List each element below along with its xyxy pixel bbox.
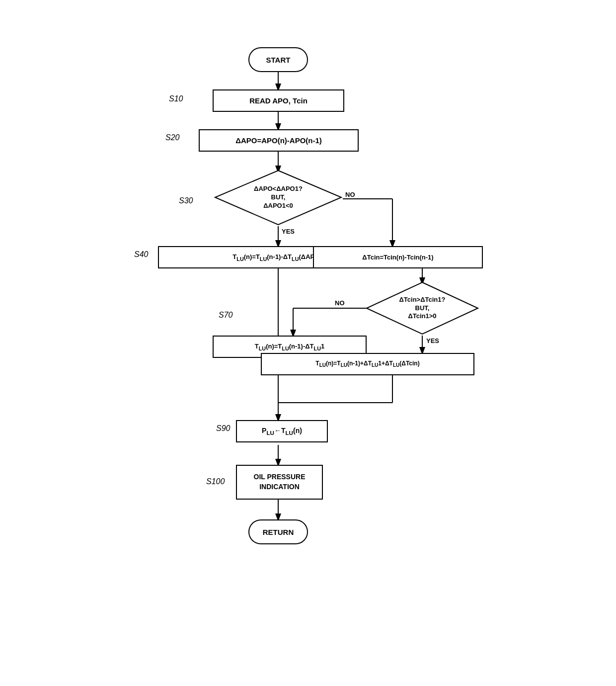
flowchart-container: START S10 READ APO, Tcin S20 ΔAPO=APO(n)…	[84, 20, 532, 666]
s60-yes-label: YES	[426, 337, 439, 344]
s100-step: S100	[206, 477, 225, 486]
s10-step-label: S10	[169, 94, 183, 103]
s70-step: S70	[219, 311, 232, 319]
no-text-s60: NO	[335, 299, 345, 307]
s100-node: OIL PRESSUREINDICATION	[236, 465, 323, 500]
s30-label: ΔAPO<ΔAPO1?BUT,ΔAPO1<0	[254, 185, 303, 210]
s20-node: ΔAPO=APO(n)-APO(n-1)	[199, 129, 359, 152]
s20-label: ΔAPO=APO(n)-APO(n-1)	[235, 136, 322, 145]
s100-label: OIL PRESSUREINDICATION	[254, 472, 306, 492]
return-node: RETURN	[248, 519, 308, 544]
s10-step: S10	[169, 94, 183, 103]
s10-label: READ APO, Tcin	[249, 96, 308, 105]
s50-label: ΔTcin=Tcin(n)-Tcin(n-1)	[362, 254, 433, 261]
s70-label: TLU(n)=TLU(n-1)-ΔTLU1	[255, 343, 324, 351]
s10-node: READ APO, Tcin	[213, 89, 344, 112]
s30-yes-label: YES	[282, 228, 295, 235]
s30-node: ΔAPO<ΔAPO1?BUT,ΔAPO1<0	[214, 169, 343, 226]
s40-step-label: S40	[134, 250, 148, 259]
s100-step-label: S100	[206, 477, 225, 486]
s60-no-label: NO	[335, 299, 345, 307]
s30-no-label: NO	[345, 191, 355, 198]
s20-step: S20	[165, 133, 179, 142]
s30-step: S30	[179, 196, 193, 205]
s80-node: TLU(n)=TLU(n-1)+ΔTLU1+ΔTLU(ΔTcin)	[261, 353, 474, 375]
s30-step-label: S30	[179, 196, 193, 205]
s60-node: ΔTcin>ΔTcin1?BUT,ΔTcin1>0	[365, 281, 479, 336]
s60-label: ΔTcin>ΔTcin1?BUT,ΔTcin1>0	[399, 296, 446, 321]
start-node: START	[248, 47, 308, 72]
s90-step-label: S90	[216, 424, 230, 433]
s90-step: S90	[216, 424, 230, 432]
no-text-s30: NO	[345, 191, 355, 198]
start-label: START	[266, 56, 291, 64]
s80-label: TLU(n)=TLU(n-1)+ΔTLU1+ΔTLU(ΔTcin)	[315, 360, 419, 368]
yes-text-s60: YES	[426, 337, 439, 344]
yes-text-s30: YES	[282, 228, 295, 235]
s90-label: PLU←TLU(n)	[262, 427, 302, 436]
s40-label: TLU(n)=TLU(n-1)-ΔTLU(ΔAPO)	[232, 253, 321, 262]
s70-step-label: S70	[219, 311, 232, 320]
s20-step-label: S20	[165, 133, 179, 142]
s90-node: PLU←TLU(n)	[236, 420, 328, 442]
s40-step: S40	[134, 250, 148, 258]
s50-node: ΔTcin=Tcin(n)-Tcin(n-1)	[313, 246, 483, 268]
return-label: RETURN	[263, 528, 294, 536]
